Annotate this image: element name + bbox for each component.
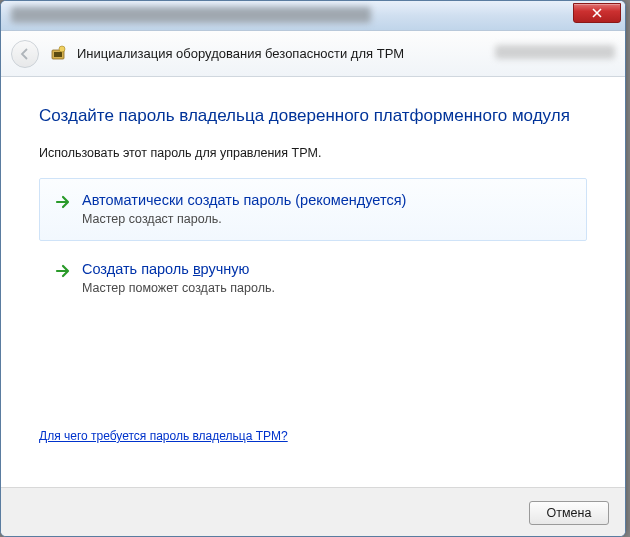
- option-desc: Мастер поможет создать пароль.: [82, 281, 572, 295]
- option-title: Автоматически создать пароль (рекомендуе…: [82, 191, 572, 210]
- page-heading: Создайте пароль владельца доверенного пл…: [39, 105, 587, 128]
- instruction-text: Использовать этот пароль для управления …: [39, 146, 587, 160]
- option-manual-create[interactable]: Создать пароль вручную Мастер поможет со…: [39, 247, 587, 310]
- content-area: Создайте пароль владельца доверенного пл…: [1, 77, 625, 487]
- back-button: [11, 40, 39, 68]
- tpm-chip-icon: [49, 45, 67, 63]
- arrow-right-icon: [54, 262, 72, 280]
- option-auto-create[interactable]: Автоматически создать пароль (рекомендуе…: [39, 178, 587, 241]
- footer: Отмена: [1, 487, 625, 537]
- titlebar: [1, 1, 625, 31]
- background-blur-right: [495, 45, 615, 59]
- svg-rect-1: [54, 52, 62, 57]
- cancel-button[interactable]: Отмена: [529, 501, 609, 525]
- background-blur: [11, 7, 371, 23]
- option-title: Создать пароль вручную: [82, 260, 572, 279]
- back-arrow-icon: [18, 47, 32, 61]
- help-link[interactable]: Для чего требуется пароль владельца TPM?: [39, 429, 288, 443]
- header: Инициализация оборудования безопасности …: [1, 31, 625, 77]
- svg-point-2: [59, 46, 65, 52]
- close-icon: [592, 8, 602, 18]
- close-button[interactable]: [573, 3, 621, 23]
- option-desc: Мастер создаст пароль.: [82, 212, 572, 226]
- option-text: Создать пароль вручную Мастер поможет со…: [82, 260, 572, 295]
- wizard-window: Инициализация оборудования безопасности …: [0, 0, 626, 537]
- arrow-right-icon: [54, 193, 72, 211]
- option-text: Автоматически создать пароль (рекомендуе…: [82, 191, 572, 226]
